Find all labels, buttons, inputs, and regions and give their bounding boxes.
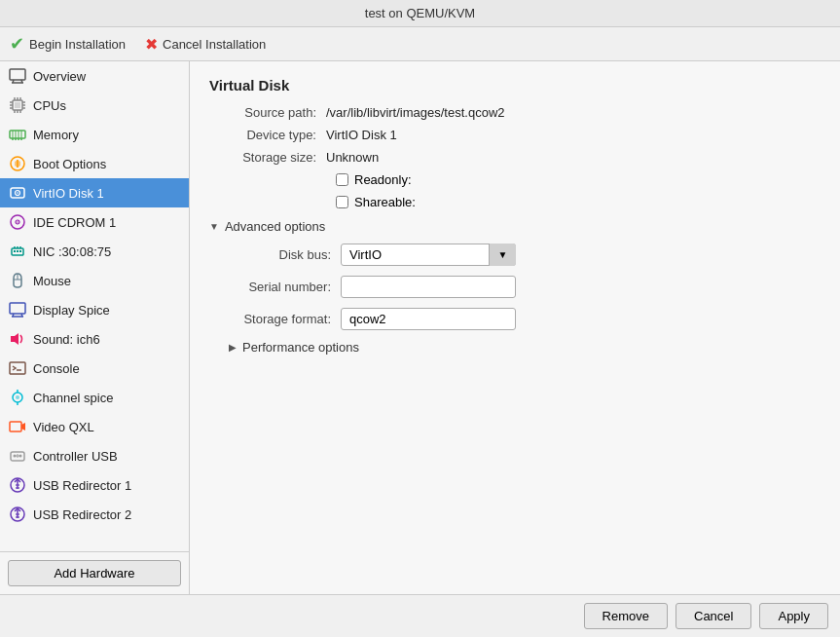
disk-bus-select-wrap: VirtIO IDE SCSI USB ▼ <box>341 244 516 266</box>
storage-size-row: Storage size: Unknown <box>209 150 821 165</box>
storage-format-input[interactable] <box>341 308 516 330</box>
svg-rect-40 <box>17 250 18 252</box>
display-icon <box>8 300 27 319</box>
svg-point-31 <box>17 192 18 194</box>
console-icon <box>8 358 27 378</box>
cancel-installation-label: Cancel Installation <box>163 37 266 52</box>
serial-number-label: Serial number: <box>229 280 341 294</box>
storage-format-label: Storage format: <box>229 312 341 326</box>
readonly-checkbox[interactable] <box>336 173 348 186</box>
sidebar-label-video-qxl: Video QXL <box>33 420 94 434</box>
toolbar: ✔ Begin Installation ✖ Cancel Installati… <box>0 27 840 61</box>
sidebar-label-usb-redirector-1: USB Redirector 1 <box>33 478 131 493</box>
storage-format-row: Storage format: <box>229 308 821 330</box>
cpu-icon <box>8 95 27 115</box>
readonly-label: Readonly: <box>354 172 412 187</box>
svg-rect-56 <box>10 422 21 431</box>
sidebar: Overview CPUs Memory Boot Options <box>0 61 190 594</box>
sidebar-label-memory: Memory <box>33 128 79 142</box>
sidebar-item-virtio-disk-1[interactable]: VirtIO Disk 1 <box>0 178 189 207</box>
add-hardware-button[interactable]: Add Hardware <box>8 560 181 586</box>
remove-label: Remove <box>603 609 649 623</box>
sidebar-item-console[interactable]: Console <box>0 354 189 383</box>
sidebar-item-cpus[interactable]: CPUs <box>0 91 189 120</box>
remove-button[interactable]: Remove <box>584 603 668 629</box>
sidebar-item-memory[interactable]: Memory <box>0 120 189 149</box>
sidebar-label-nic: NIC :30:08:75 <box>33 244 111 259</box>
shareable-label: Shareable: <box>354 195 416 209</box>
svg-point-53 <box>16 395 19 399</box>
sidebar-label-usb-redirector-2: USB Redirector 2 <box>33 507 131 522</box>
performance-options-section: ▶ Performance options <box>209 340 821 355</box>
sidebar-item-channel-spice[interactable]: Channel spice <box>0 383 189 412</box>
cdrom-icon <box>8 212 27 232</box>
memory-icon <box>8 125 27 144</box>
window-title: test on QEMU/KVM <box>365 6 475 20</box>
device-type-row: Device type: VirtIO Disk 1 <box>209 128 821 142</box>
sidebar-label-overview: Overview <box>33 69 86 84</box>
cancel-installation-button[interactable]: ✖ Cancel Installation <box>145 35 266 54</box>
source-path-label: Source path: <box>209 105 326 120</box>
serial-number-row: Serial number: <box>229 276 821 298</box>
performance-options-toggle[interactable]: ▶ Performance options <box>209 340 821 355</box>
svg-rect-18 <box>10 131 25 138</box>
sidebar-item-ide-cdrom-1[interactable]: IDE CDROM 1 <box>0 207 189 237</box>
source-path-row: Source path: /var/lib/libvirt/images/tes… <box>209 105 821 120</box>
device-type-value: VirtIO Disk 1 <box>326 128 397 142</box>
disk-bus-label: Disk bus: <box>229 247 341 262</box>
svg-rect-50 <box>10 362 25 374</box>
advanced-options-toggle[interactable]: ▼ Advanced options <box>209 219 821 234</box>
sidebar-label-display-spice: Display Spice <box>33 303 110 318</box>
begin-installation-label: Begin Installation <box>29 37 126 52</box>
sidebar-item-usb-redirector-2[interactable]: USB Redirector 2 <box>0 500 189 529</box>
readonly-row: Readonly: <box>336 172 821 187</box>
svg-rect-39 <box>14 250 16 252</box>
sidebar-label-boot-options: Boot Options <box>33 157 106 171</box>
disk-bus-row: Disk bus: VirtIO IDE SCSI USB ▼ <box>229 244 821 266</box>
sidebar-item-video-qxl[interactable]: Video QXL <box>0 412 189 441</box>
performance-options-label: Performance options <box>242 340 359 355</box>
source-path-value: /var/lib/libvirt/images/test.qcow2 <box>326 105 505 120</box>
serial-number-input[interactable] <box>341 276 516 298</box>
shareable-checkbox[interactable] <box>336 196 348 208</box>
advanced-toggle-arrow: ▼ <box>209 221 219 232</box>
device-type-label: Device type: <box>209 128 326 142</box>
sidebar-item-overview[interactable]: Overview <box>0 61 189 91</box>
apply-button[interactable]: Apply <box>759 603 828 629</box>
disk-icon <box>8 183 27 203</box>
usb-redirector-1-icon <box>8 475 27 495</box>
monitor-icon <box>8 66 27 86</box>
begin-installation-button[interactable]: ✔ Begin Installation <box>10 33 126 55</box>
disk-bus-select[interactable]: VirtIO IDE SCSI USB <box>341 244 516 266</box>
detail-panel: Virtual Disk Source path: /var/lib/libvi… <box>190 61 840 594</box>
storage-size-value: Unknown <box>326 150 379 165</box>
sidebar-item-mouse[interactable]: Mouse <box>0 266 189 295</box>
sidebar-item-nic[interactable]: NIC :30:08:75 <box>0 237 189 266</box>
sidebar-item-sound-ich6[interactable]: Sound: ich6 <box>0 324 189 354</box>
nic-icon <box>8 242 27 261</box>
apply-label: Apply <box>778 609 810 623</box>
sound-icon <box>8 329 27 349</box>
sidebar-label-ide-cdrom-1: IDE CDROM 1 <box>33 215 116 230</box>
sidebar-footer: Add Hardware <box>0 551 189 594</box>
usb-redirector-2-icon <box>8 505 27 524</box>
advanced-options-section: ▼ Advanced options Disk bus: VirtIO IDE … <box>209 219 821 355</box>
advanced-options-label: Advanced options <box>225 219 325 234</box>
cancel-button[interactable]: Cancel <box>676 603 751 629</box>
sidebar-item-usb-redirector-1[interactable]: USB Redirector 1 <box>0 470 189 500</box>
svg-rect-0 <box>10 69 25 80</box>
shareable-row: Shareable: <box>336 195 821 209</box>
sidebar-item-display-spice[interactable]: Display Spice <box>0 295 189 324</box>
sidebar-label-sound-ich6: Sound: ich6 <box>33 332 100 347</box>
main-window: test on QEMU/KVM ✔ Begin Installation ✖ … <box>0 0 840 637</box>
sidebar-label-mouse: Mouse <box>33 274 71 288</box>
svg-rect-5 <box>15 102 20 108</box>
sidebar-item-boot-options[interactable]: Boot Options <box>0 149 189 178</box>
controller-icon <box>8 446 27 466</box>
sidebar-item-controller-usb[interactable]: Controller USB <box>0 441 189 470</box>
main-content: Overview CPUs Memory Boot Options <box>0 61 840 594</box>
advanced-fields: Disk bus: VirtIO IDE SCSI USB ▼ <box>209 244 821 330</box>
video-icon <box>8 417 27 436</box>
detail-title: Virtual Disk <box>209 77 821 94</box>
svg-rect-44 <box>10 303 25 314</box>
